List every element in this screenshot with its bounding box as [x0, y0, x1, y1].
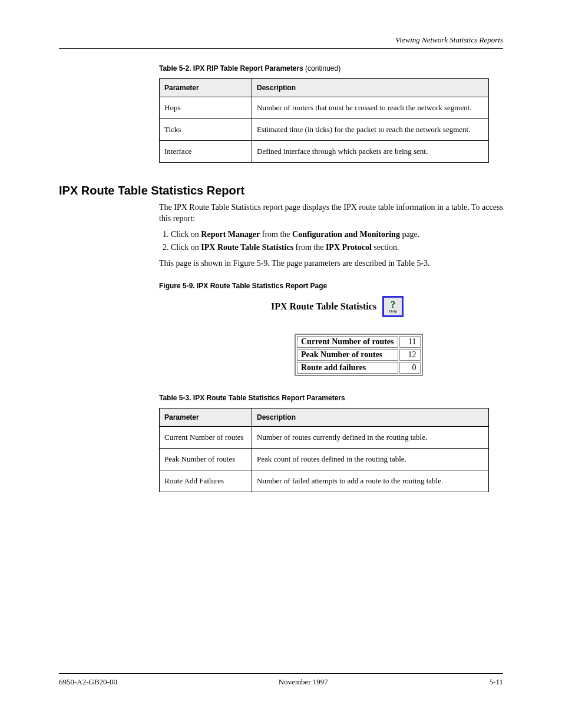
section-title: IPX Route Table Statistics Report [59, 184, 503, 197]
table-row: Ticks Estimated time (in ticks) for the … [160, 119, 489, 141]
footer-date: November 1997 [279, 677, 328, 687]
table2-caption: Table 5-3. IPX Route Table Statistics Re… [159, 394, 503, 402]
table1-row1-param: Ticks [160, 119, 252, 141]
page-footer: 6950-A2-GB20-00 November 1997 5-11 [59, 673, 503, 687]
section-intro: The IPX Route Table Statistics report pa… [159, 202, 503, 225]
table-row: Peak Number of routes 12 [297, 349, 421, 361]
table-row: Current Number of routes Number of route… [160, 427, 489, 449]
table1-row1-desc: Estimated time (in ticks) for the packet… [252, 119, 489, 141]
help-label: Help [389, 309, 397, 314]
table2: Parameter Description Current Number of … [159, 408, 489, 492]
table2-row1-param: Peak Number of routes [160, 449, 252, 470]
footer-docnum: 6950-A2-GB20-00 [59, 677, 117, 687]
figure-caption: Figure 5-9. IPX Route Table Statistics R… [159, 282, 503, 290]
running-header: Viewing Network Statistics Reports [59, 35, 503, 45]
table1-row0-desc: Number of routers that must be crossed t… [252, 97, 489, 119]
stats-table: Current Number of routes 11 Peak Number … [295, 334, 423, 376]
stat-label-1: Peak Number of routes [297, 349, 398, 361]
table1-row2-desc: Defined interface through which packets … [252, 141, 489, 163]
table1-caption: Table 5-2. IPX RIP Table Report Paramete… [159, 64, 503, 73]
help-icon: ? [391, 299, 396, 309]
figure-reference: This page is shown in Figure 5-9. The pa… [159, 258, 503, 269]
header-rule [59, 48, 503, 49]
figure-title: IPX Route Table Statistics [271, 301, 376, 312]
table1-row2-param: Interface [160, 141, 252, 163]
table-row: Interface Defined interface through whic… [160, 141, 489, 163]
table1-header-desc: Description [252, 79, 489, 97]
stat-label-2: Route add failures [297, 362, 398, 374]
help-button[interactable]: ? Help [382, 296, 404, 317]
figure: IPX Route Table Statistics ? Help Curren… [271, 296, 503, 378]
step-1: Click on Report Manager from the Configu… [171, 229, 503, 241]
table1-row0-param: Hops [160, 97, 252, 119]
table2-row0-param: Current Number of routes [160, 427, 252, 449]
table2-row2-param: Route Add Failures [160, 470, 252, 492]
table2-header-param: Parameter [160, 409, 252, 427]
stat-label-0: Current Number of routes [297, 336, 398, 348]
footer-pagenum: 5-11 [490, 677, 503, 687]
table-row: Route add failures 0 [297, 362, 421, 374]
table2-row2-desc: Number of failed attempts to add a route… [252, 470, 489, 492]
table2-row0-desc: Number of routes currently defined in th… [252, 427, 489, 449]
step-2: Click on IPX Route Table Statistics from… [171, 242, 503, 253]
stat-value-0: 11 [399, 336, 421, 348]
table-row: Peak Number of routes Peak count of rout… [160, 449, 489, 470]
stat-value-2: 0 [399, 362, 421, 374]
table1-header-param: Parameter [160, 79, 252, 97]
table-row: Hops Number of routers that must be cros… [160, 97, 489, 119]
table2-row1-desc: Peak count of routes defined in the rout… [252, 449, 489, 470]
stat-value-1: 12 [399, 349, 421, 361]
table1: Parameter Description Hops Number of rou… [159, 78, 489, 163]
table2-header-desc: Description [252, 409, 489, 427]
table-row: Route Add Failures Number of failed atte… [160, 470, 489, 492]
table-row: Current Number of routes 11 [297, 336, 421, 348]
